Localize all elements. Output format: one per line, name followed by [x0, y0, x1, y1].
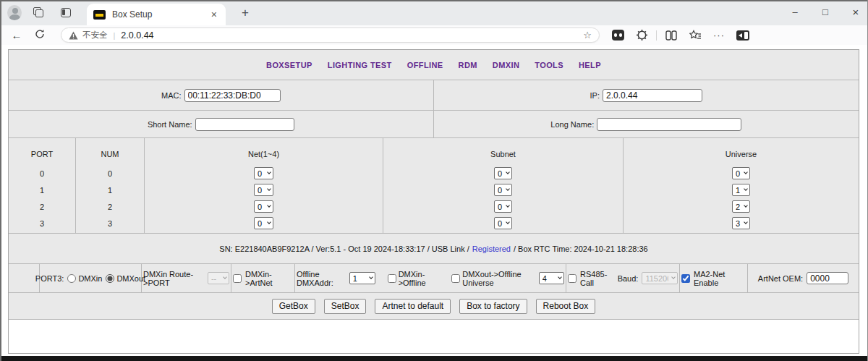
subnet-select-0[interactable]: 0: [494, 167, 512, 179]
universe-select-3[interactable]: 3: [732, 217, 750, 229]
split-screen-button[interactable]: [662, 27, 681, 43]
mac-input[interactable]: [184, 89, 281, 102]
artnet-oem-input[interactable]: [807, 272, 848, 284]
dmxin-radio[interactable]: [67, 274, 76, 283]
dmxin-route-select[interactable]: --: [208, 272, 229, 284]
port-number: 1: [40, 182, 44, 198]
site-nav: BOXSETUP LIGHTING TEST OFFLINE RDM DMXIN…: [9, 50, 859, 80]
status-row: SN: E221840AB9F9212A / Ver:5.1 - Oct 19 …: [9, 234, 859, 264]
registered-status: Registered: [472, 245, 511, 253]
universe-select-1[interactable]: 1: [732, 184, 750, 196]
action-buttons-row: GetBox SetBox Artnet to default Box to f…: [9, 293, 859, 320]
subnet-select-2[interactable]: 0: [494, 200, 512, 213]
ma2-net-enable-checkbox[interactable]: [681, 274, 690, 283]
nav-help[interactable]: HELP: [579, 61, 601, 69]
net-select-3[interactable]: 0: [254, 217, 273, 229]
tab-actions-icon: [61, 8, 71, 17]
new-tab-button[interactable]: +: [237, 6, 253, 20]
long-name-input[interactable]: [597, 118, 741, 131]
subnet-select-1[interactable]: 0: [494, 184, 512, 196]
site-favicon-icon: [93, 10, 106, 20]
workspaces-icon: [33, 7, 44, 18]
universe-column: Universe 0 1 2 3: [624, 138, 859, 233]
port-column: PORT 0 1 2 3: [9, 138, 76, 233]
short-name-input[interactable]: [195, 118, 294, 131]
settings-more-button[interactable]: ···: [710, 27, 728, 43]
baud-select[interactable]: 115200: [642, 272, 678, 284]
tab-close-button[interactable]: ×: [209, 9, 219, 20]
back-button[interactable]: ←: [7, 29, 26, 41]
nav-lighting-test[interactable]: LIGHTING TEST: [328, 61, 392, 69]
rs485-call-checkbox[interactable]: [568, 274, 576, 283]
dmxout-offline-universe-select[interactable]: 4: [539, 272, 564, 284]
net-select-1[interactable]: 0: [254, 184, 273, 196]
universe-select-2[interactable]: 2: [732, 200, 750, 213]
subnet-column: Subnet 0 0 0 0: [383, 138, 624, 233]
extension-icon: [612, 30, 624, 41]
universe-select-0[interactable]: 0: [732, 167, 750, 179]
artnet-oem-cell: ArtNet OEM:: [748, 264, 859, 292]
maximize-button[interactable]: □: [819, 7, 832, 17]
gear-icon: [636, 29, 648, 41]
box-to-factory-button[interactable]: Box to factory: [459, 299, 527, 314]
offline-dmxaddr-select[interactable]: 1: [349, 272, 375, 284]
sn-info: SN: E221840AB9F9212A / Ver:5.1 - Oct 19 …: [219, 245, 469, 253]
browser-essentials-button[interactable]: [632, 27, 651, 43]
nav-offline[interactable]: OFFLINE: [407, 61, 443, 69]
dmxin-offline-checkbox[interactable]: [388, 274, 396, 283]
ports-table: PORT 0 1 2 3 NUM 0 1 2 3 Net(1~4) 0 0: [9, 138, 859, 234]
nav-boxsetup[interactable]: BOXSETUP: [266, 61, 312, 69]
dmxin-artnet-label: DMXin->ArtNet: [245, 270, 293, 287]
net-select-0[interactable]: 0: [254, 167, 273, 179]
browser-tab[interactable]: Box Setup ×: [87, 4, 226, 25]
port-number: 0: [40, 165, 44, 182]
security-label[interactable]: 不安全: [82, 30, 108, 41]
subnet-select-3[interactable]: 0: [494, 217, 512, 229]
getbox-button[interactable]: GetBox: [272, 299, 315, 314]
workspaces-button[interactable]: [27, 4, 49, 22]
nav-tools[interactable]: TOOLS: [535, 61, 563, 69]
num-value: 3: [108, 215, 112, 232]
artnet-to-default-button[interactable]: Artnet to default: [375, 299, 451, 314]
refresh-button[interactable]: [30, 29, 49, 41]
url-text[interactable]: 2.0.0.44: [121, 30, 583, 41]
reboot-box-button[interactable]: Reboot Box: [536, 299, 596, 314]
browser-window: Box Setup × + – □ × ← 不安全 | 2.0.0.44 ☆: [0, 0, 868, 361]
port-header: PORT: [31, 150, 53, 165]
num-header: NUM: [101, 150, 119, 165]
dmxin-artnet-cell: DMXin->ArtNet: [231, 264, 295, 292]
nav-rdm[interactable]: RDM: [459, 61, 477, 69]
names-row: Short Name: Long Name:: [9, 111, 859, 138]
net-header: Net(1~4): [248, 150, 279, 165]
mac-ip-row: MAC: IP:: [9, 80, 859, 111]
window-border: [0, 0, 868, 1]
favorite-star-icon[interactable]: ☆: [583, 30, 592, 41]
address-bar[interactable]: 不安全 | 2.0.0.44 ☆: [61, 27, 600, 43]
extension-button[interactable]: [608, 27, 627, 43]
num-value: 1: [108, 182, 112, 198]
long-name-cell: Long Name:: [434, 111, 859, 137]
profile-avatar[interactable]: [0, 4, 22, 22]
setbox-button[interactable]: SetBox: [324, 299, 367, 314]
toolbar-icons: ···: [608, 27, 752, 43]
copilot-sidebar-button[interactable]: [733, 27, 752, 43]
browser-toolbar: ← 不安全 | 2.0.0.44 ☆ ···: [0, 25, 868, 45]
tab-actions-button[interactable]: [55, 4, 77, 22]
close-button[interactable]: ×: [849, 6, 862, 18]
dmxout-radio[interactable]: [106, 274, 114, 283]
rs485-cell: RS485-Call Baud: 115200: [566, 264, 680, 292]
port3-label: PORT3:: [35, 274, 64, 283]
ip-cell: IP:: [434, 80, 859, 110]
settings-row: PORT3: DMXin DMXout DMXin Route->PORT --…: [9, 264, 859, 293]
dmxin-artnet-checkbox[interactable]: [233, 274, 242, 283]
panel-filler: [9, 320, 859, 353]
nav-dmxin[interactable]: DMXIN: [493, 61, 519, 69]
rs485-call-label: RS485-Call: [580, 270, 612, 287]
artnet-oem-label: ArtNet OEM:: [758, 274, 803, 283]
dmxin-route-cell: DMXin Route->PORT --: [142, 264, 231, 292]
net-select-2[interactable]: 0: [254, 200, 273, 213]
minimize-button[interactable]: –: [788, 7, 801, 17]
ip-input[interactable]: [603, 89, 702, 102]
favorites-button[interactable]: [686, 27, 705, 43]
dmxout-offline-checkbox[interactable]: [451, 274, 460, 283]
